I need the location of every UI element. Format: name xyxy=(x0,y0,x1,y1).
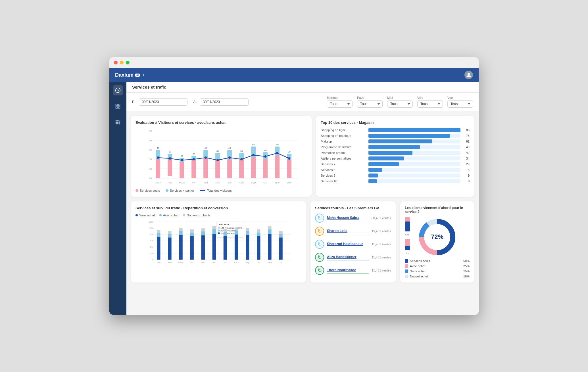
ba-name[interactable]: Thora Nourmalide xyxy=(327,268,356,272)
svg-text:38: 38 xyxy=(216,150,219,152)
svg-rect-141 xyxy=(268,226,271,229)
donut-legend-item: Nouvel achat 10% xyxy=(405,275,470,278)
filter-pays-select[interactable]: Tous xyxy=(357,100,383,108)
svg-text:Aout: Aout xyxy=(234,261,239,264)
svg-rect-116 xyxy=(212,234,216,260)
svg-rect-105 xyxy=(168,234,171,237)
svg-rect-48 xyxy=(239,159,244,178)
top10-bar-wrap xyxy=(368,168,460,172)
svg-point-14 xyxy=(119,123,120,124)
chart1-legend: Services seuls Services + panier Total d… xyxy=(135,189,307,192)
svg-point-8 xyxy=(119,120,120,121)
user-avatar[interactable] xyxy=(464,71,473,79)
ba-name[interactable]: Aliza Handskipper xyxy=(327,255,356,259)
donut-legend-left: Services seuls xyxy=(405,259,430,263)
maximize-btn[interactable] xyxy=(126,61,130,64)
ba-avatar: ↻ xyxy=(315,240,324,249)
ba-avatar: ↻ xyxy=(315,253,324,262)
svg-text:48: 48 xyxy=(228,147,231,149)
filter-ville: Ville Tous xyxy=(417,96,443,108)
top-nav: Daxium AI ✦ xyxy=(109,68,479,82)
svg-rect-45 xyxy=(227,159,232,178)
filter-vue: Vue Tous xyxy=(447,96,473,108)
ba-name[interactable]: Maha Hussen Sabra xyxy=(327,216,359,220)
sidebar-icon-clock[interactable] xyxy=(113,85,123,95)
top10-item-label: Services 7 xyxy=(321,162,366,166)
filters-right: Marque Tous Pays Tous Mall xyxy=(254,96,473,108)
svg-text:0: 0 xyxy=(152,258,154,261)
svg-rect-139 xyxy=(268,234,271,260)
filter-ville-select[interactable]: Tous xyxy=(417,100,443,108)
svg-point-6 xyxy=(116,120,117,121)
svg-point-10 xyxy=(117,122,118,122)
ba-sales: 11,451 ventes xyxy=(372,243,391,246)
svg-rect-36 xyxy=(191,160,196,178)
svg-point-68 xyxy=(216,159,219,161)
minimize-btn[interactable] xyxy=(120,61,124,64)
dot-sans-achat xyxy=(135,214,138,216)
svg-text:600: 600 xyxy=(150,239,154,242)
sidebar-icon-apps[interactable] xyxy=(113,117,123,127)
svg-text:Juin: Juin xyxy=(212,261,216,264)
svg-rect-40 xyxy=(203,150,208,158)
svg-text:800: 800 xyxy=(150,233,154,236)
svg-text:30: 30 xyxy=(169,151,171,153)
donut-legend-item: Avec achat 25% xyxy=(405,264,470,268)
svg-rect-106 xyxy=(168,231,171,234)
svg-text:48: 48 xyxy=(205,147,207,149)
top10-bar xyxy=(368,162,399,166)
chart4-title: Services fournis - Les 5 premiers BA xyxy=(315,206,391,210)
date-to-input[interactable] xyxy=(200,98,249,106)
svg-rect-114 xyxy=(201,231,205,235)
filter-marque-select[interactable]: Tous xyxy=(327,100,353,108)
filter-mall-label: Mall xyxy=(387,96,413,99)
legend-label-seuls: Services seuls xyxy=(140,189,160,192)
svg-text:40: 40 xyxy=(149,149,152,151)
ba-name[interactable]: Sherazad Haldibanour xyxy=(327,242,363,246)
ba-name[interactable]: Sharon Leila xyxy=(327,229,347,233)
filter-vue-select[interactable]: Tous xyxy=(447,100,473,108)
svg-text:10: 10 xyxy=(149,177,152,180)
legend-line-total xyxy=(200,190,205,191)
dashboard-row-1: Évaluation # Visiteurs et services - ave… xyxy=(131,116,474,197)
small-bar-oui-label: Oui xyxy=(405,233,409,236)
top10-item: Promotion produit 42 xyxy=(321,151,470,155)
donut-legend-label: Services seuls xyxy=(410,259,430,263)
top10-item-label: Ateliers personnalisés xyxy=(321,157,366,160)
page-title: Services et trafic xyxy=(132,85,166,89)
svg-point-65 xyxy=(181,159,183,161)
donut-swatch xyxy=(405,259,408,263)
logo-badge: AI xyxy=(135,74,140,77)
top10-item: Services 7 29 xyxy=(321,162,470,166)
top10-item-label: Programme de fidélité xyxy=(321,145,366,149)
chart3-svg: 1200 1000 800 600 400 200 0 xyxy=(135,220,301,265)
svg-rect-134 xyxy=(246,231,249,235)
top10-item: Services 8 13 xyxy=(321,168,470,172)
ba-avatar: ↻ xyxy=(315,227,324,236)
date-from-input[interactable] xyxy=(139,98,187,106)
svg-point-67 xyxy=(205,156,207,159)
filter-mall-select[interactable]: Tous xyxy=(387,100,413,108)
top10-bar-wrap xyxy=(368,151,460,155)
svg-text:1200: 1200 xyxy=(149,221,154,223)
top10-bar xyxy=(368,151,412,155)
legend-nouveaux-clients: Nouveaux clients xyxy=(183,214,210,217)
dot-avec-achat xyxy=(159,214,162,216)
ba-item: ↻ Sharon Leila 15,451 ventes xyxy=(315,227,391,236)
svg-text:26: 26 xyxy=(181,155,183,157)
top10-item-value: 13 xyxy=(463,168,470,172)
svg-text:Mai: Mai xyxy=(204,181,208,184)
top10-bar xyxy=(368,168,382,172)
svg-text:Janv: Janv xyxy=(156,261,161,264)
chart2-title: Top 10 des services - Magasin xyxy=(321,120,470,125)
filter-pays-label: Pays xyxy=(357,96,383,99)
svg-text:Fév: Fév xyxy=(168,181,172,184)
filter-pays: Pays Tous xyxy=(357,96,383,108)
svg-rect-130 xyxy=(235,235,238,260)
ba-info: Aliza Handskipper xyxy=(327,254,369,260)
donut-legend-item: Services seuls 50% xyxy=(405,259,470,263)
donut-legend-left: Nouvel achat xyxy=(405,275,428,278)
sidebar-icon-grid[interactable] xyxy=(113,101,123,111)
close-btn[interactable] xyxy=(114,61,118,64)
svg-rect-142 xyxy=(279,237,282,260)
